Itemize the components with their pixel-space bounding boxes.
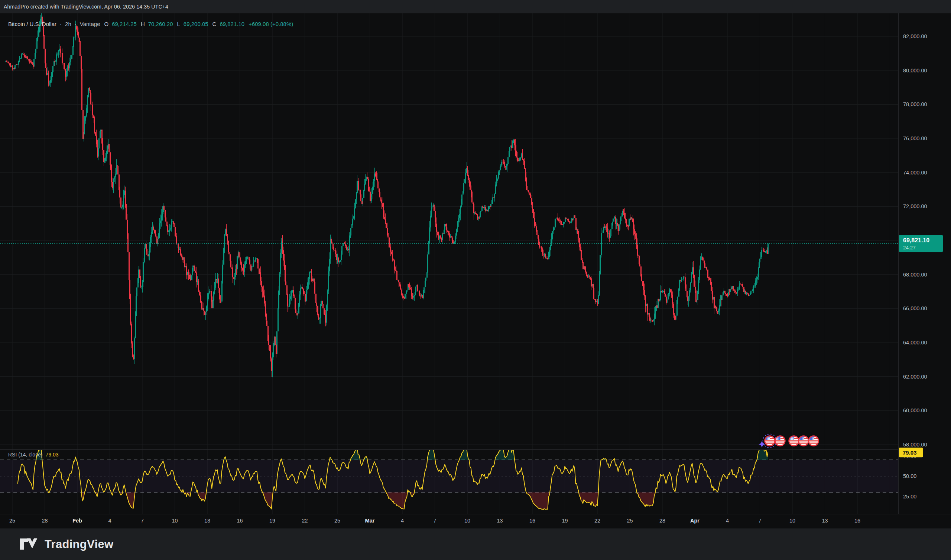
snapshot-header-bar: AhmadPro created with TradingView.com, A… [0,0,951,13]
symbol-legend[interactable]: Bitcoin / U.S. Dollar · 2h · Vantage O 6… [8,21,293,27]
legend-separator: · [60,21,62,27]
price-axis-label: 60,000.00 [903,408,927,414]
time-axis-label: Mar [365,518,375,524]
rsi-pane[interactable] [0,446,898,510]
candles-layer[interactable] [5,12,769,377]
interval-label[interactable]: 2h [65,21,71,27]
time-axis-label: 28 [42,518,48,524]
time-axis-label: 22 [594,518,600,524]
rsi-indicator-legend[interactable]: RSI (14, close) 79.03 [8,452,59,458]
time-axis-label: 10 [171,518,178,524]
current-price-axis-label: 69,821.1024:27 [899,235,943,252]
time-axis-label: 28 [659,518,665,524]
sparkle-icon [758,441,765,448]
price-axis-label: 72,000.00 [903,203,927,209]
high-value: 70,260.20 [148,21,173,27]
time-axis-label: 7 [141,518,144,524]
rsi-current-value: 79.03 [46,452,59,458]
legend-separator: · [75,21,77,27]
open-value: 69,214.25 [112,21,137,27]
rsi-axis-label: 50.00 [903,473,917,479]
high-label: H [141,21,145,27]
close-label: C [213,21,216,27]
time-axis-label: 25 [627,518,633,524]
price-axis-label: 74,000.00 [903,169,927,175]
us-flag-icon[interactable] [775,436,785,446]
svg-text:69,821.10: 69,821.10 [903,237,929,243]
footer-brand-bar: TradingView [0,528,951,560]
price-axis-label: 78,000.00 [903,101,927,107]
us-flag-icon[interactable] [799,436,809,446]
price-axis-label: 68,000.00 [903,272,927,278]
time-axis-label: 25 [9,518,15,524]
price-axis-label: 64,000.00 [903,340,927,346]
time-axis[interactable]: 2528Feb47101316192225Mar4710131619222528… [9,518,860,524]
time-axis-label: 16 [530,518,535,524]
svg-text:79.03: 79.03 [903,449,917,456]
rsi-value-axis-label: 79.03 [899,448,923,457]
time-axis-label: 19 [562,518,568,524]
open-label: O [104,21,109,27]
price-axis-label: 80,000.00 [903,68,927,74]
symbol-name[interactable]: Bitcoin / U.S. Dollar [8,21,57,27]
rsi-axis-label: 25.00 [903,494,917,500]
time-axis-label: 4 [108,518,111,524]
tradingview-logo-icon[interactable] [19,536,39,552]
time-axis-label: Feb [73,518,82,524]
change-value: +609.08 (+0.88%) [249,21,293,27]
time-axis-label: 25 [334,518,340,524]
snapshot-attribution: AhmadPro created with TradingView.com, A… [4,4,168,10]
price-axis-label: 66,000.00 [903,305,927,311]
price-axis-label: 76,000.00 [903,135,927,142]
close-value: 69,821.10 [219,21,244,27]
tradingview-snapshot: AhmadPro created with TradingView.com, A… [0,0,951,560]
price-axis-label: 58,000.00 [903,442,927,448]
exchange-label: Vantage [80,21,100,27]
us-flag-icon[interactable] [765,436,775,446]
time-axis-label: 4 [726,518,729,524]
us-flag-icon[interactable] [809,436,819,446]
low-label: L [177,21,180,27]
us-flag-icon[interactable] [789,436,799,446]
time-axis-label: 16 [854,518,860,524]
time-axis-label: 13 [822,518,827,524]
rsi-title[interactable]: RSI (14, close) [8,452,43,458]
time-axis-label: 22 [302,518,307,524]
time-axis-label: 19 [269,518,275,524]
svg-text:24:27: 24:27 [903,245,916,251]
tradingview-wordmark[interactable]: TradingView [45,538,113,551]
chart-canvas[interactable]: 82,000.0080,000.0078,000.0076,000.0074,0… [0,0,951,528]
time-axis-label: Apr [690,518,699,524]
time-axis-label: 13 [497,518,503,524]
time-axis-label: 4 [401,518,404,524]
price-axis-label: 82,000.00 [903,34,927,39]
economic-event-flags[interactable] [758,434,818,448]
time-axis-label: 10 [464,518,470,524]
price-axis-label: 62,000.00 [903,374,927,380]
low-value: 69,200.05 [184,21,208,27]
price-axis[interactable]: 82,000.0080,000.0078,000.0076,000.0074,0… [903,34,927,500]
grid-layer [0,13,898,514]
time-axis-label: 16 [237,518,242,524]
time-axis-label: 7 [433,518,436,524]
time-axis-label: 10 [789,518,795,524]
time-axis-label: 13 [204,518,210,524]
time-axis-label: 7 [758,518,761,524]
